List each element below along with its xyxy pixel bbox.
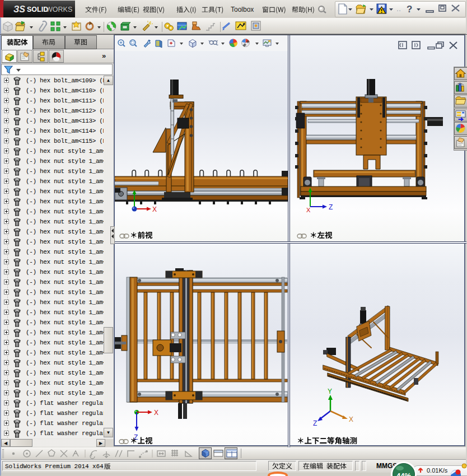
svg-text:․․: ․․ (396, 5, 401, 13)
svg-text:SOLID: SOLID (27, 6, 48, 13)
svg-text:?: ? (407, 4, 412, 15)
svg-text:Z: Z (329, 203, 333, 211)
svg-text:Z: Z (313, 419, 317, 427)
svg-text:WORKS: WORKS (46, 6, 72, 13)
svg-text:0.01K/s: 0.01K/s (427, 467, 448, 474)
svg-text:X: X (154, 409, 158, 417)
svg-text:X: X (152, 206, 157, 213)
svg-text:X: X (306, 207, 311, 213)
svg-text:X: X (349, 416, 353, 423)
svg-text:44%: 44% (396, 472, 411, 476)
svg-text:ЗS: ЗS (13, 4, 25, 14)
svg-text:Y: Y (328, 388, 332, 395)
